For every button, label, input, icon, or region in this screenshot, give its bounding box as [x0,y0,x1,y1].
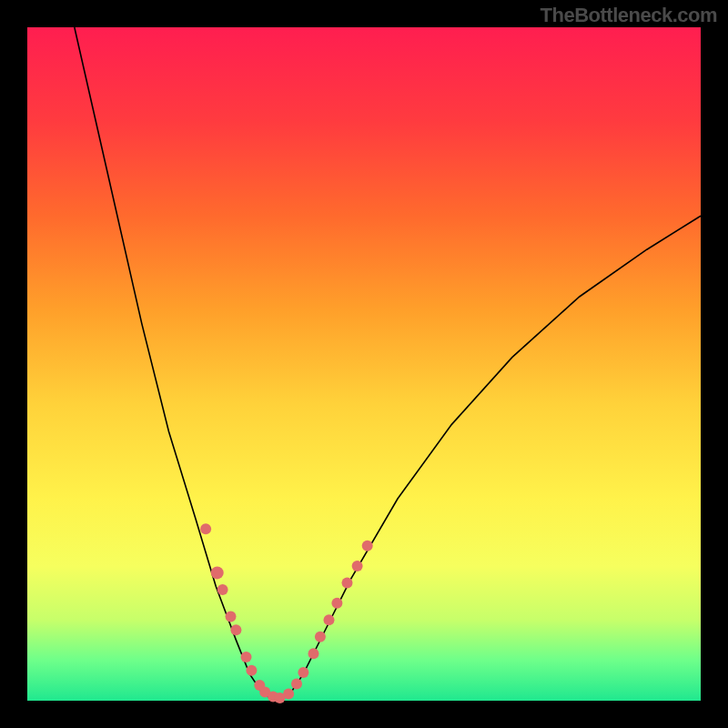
plot-background [27,27,701,701]
bottleneck-chart [0,0,728,728]
data-marker [230,624,241,635]
watermark-text: TheBottleneck.com [541,4,717,27]
data-marker [352,561,363,571]
data-marker [200,523,211,534]
data-marker [362,541,373,551]
data-marker [342,578,353,589]
data-marker [283,689,294,700]
data-marker [211,566,224,579]
data-marker [331,598,342,609]
data-marker [298,667,308,678]
data-marker [291,679,302,690]
data-marker [246,665,257,676]
chart-frame: TheBottleneck.com [0,0,728,728]
data-marker [324,614,335,625]
data-marker [226,612,237,622]
data-marker [308,648,319,659]
data-marker [217,584,228,595]
data-marker [315,632,326,642]
data-marker [241,652,252,662]
